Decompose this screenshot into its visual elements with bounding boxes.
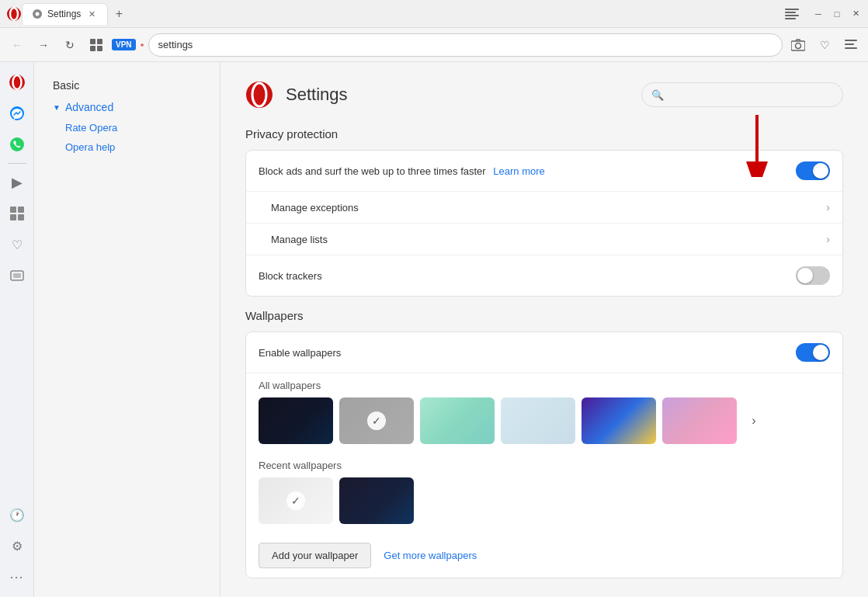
wallpaper-light-blue[interactable] — [501, 397, 575, 444]
back-button[interactable]: ← — [6, 34, 28, 56]
sidebar-icon-history[interactable]: 🕐 — [3, 501, 31, 529]
wallpaper-pink[interactable] — [662, 397, 737, 444]
wallpapers-card: Enable wallpapers All wallpapers ✓ — [245, 331, 843, 578]
maximize-button[interactable]: □ — [831, 8, 843, 20]
svg-rect-10 — [90, 46, 95, 51]
svg-rect-16 — [845, 40, 857, 41]
enable-wallpapers-toggle[interactable] — [796, 343, 830, 362]
sidebar-icon-messenger[interactable] — [3, 99, 31, 127]
svg-rect-25 — [10, 214, 16, 220]
favorites-icon[interactable]: ♡ — [814, 34, 835, 56]
grid-view-button[interactable] — [85, 34, 107, 56]
settings-content: Settings 🔍 Privacy protection Block ads … — [220, 62, 868, 597]
svg-rect-9 — [97, 39, 102, 44]
camera-icon[interactable] — [787, 34, 809, 56]
opera-tab-icon — [6, 6, 22, 22]
sidebar-icon-bookmarks[interactable]: ♡ — [3, 231, 31, 259]
tab-bar: Settings ✕ + — [22, 3, 403, 25]
sidebar-icon-extensions[interactable] — [3, 200, 31, 227]
opera-help-link[interactable]: Opera help — [47, 137, 207, 157]
svg-point-19 — [9, 75, 25, 90]
collapse-arrow-icon: ▼ — [53, 103, 61, 112]
wallpaper-dark[interactable] — [259, 397, 333, 444]
wallpapers-next-button[interactable]: › — [743, 410, 765, 432]
recent-wallpaper-dark[interactable] — [339, 477, 414, 524]
hamburger-icon — [845, 40, 857, 50]
privacy-card: Block ads and surf the web up to three t… — [245, 150, 843, 297]
url-bar[interactable]: settings — [148, 33, 783, 57]
whatsapp-icon — [9, 137, 25, 152]
get-more-wallpapers-link[interactable]: Get more wallpapers — [384, 550, 477, 561]
sidebar-links: Rate Opera Opera help — [47, 118, 207, 157]
svg-point-0 — [7, 7, 21, 21]
wallpaper-teal[interactable] — [420, 397, 495, 444]
window-controls: ─ □ ✕ — [812, 8, 862, 20]
block-trackers-row: Block trackers — [246, 255, 842, 296]
manage-lists-arrow: › — [826, 233, 830, 245]
wallpaper-grid: ✓ › — [259, 397, 830, 444]
sidebar-icon-flow[interactable]: ▶ — [3, 168, 31, 196]
minimize-button[interactable]: ─ — [812, 8, 825, 20]
wallpaper-white[interactable]: ✓ — [339, 397, 414, 444]
camera-svg — [791, 39, 805, 51]
messenger-icon — [9, 106, 25, 121]
new-tab-button[interactable]: + — [108, 3, 130, 25]
settings-sidebar: Basic ▼ Advanced Rate Opera Opera help — [34, 62, 220, 597]
block-trackers-toggle[interactable] — [796, 266, 830, 285]
block-ads-toggle[interactable] — [796, 161, 830, 180]
sidebar-icon-whatsapp[interactable] — [3, 130, 31, 158]
recent-wallpaper-white[interactable]: ✓ — [259, 477, 333, 524]
block-ads-toggle-thumb — [813, 163, 828, 179]
vpn-badge[interactable]: VPN — [112, 39, 136, 50]
grid-icon — [90, 39, 102, 51]
recent-wallpapers-label: Recent wallpapers — [259, 460, 830, 471]
enable-wallpapers-row: Enable wallpapers — [246, 332, 842, 373]
svg-point-3 — [36, 12, 40, 16]
extensions-icon — [10, 207, 24, 220]
settings-tab[interactable]: Settings ✕ — [22, 3, 108, 25]
tab-close-button[interactable]: ✕ — [85, 8, 98, 20]
svg-point-22 — [10, 137, 24, 151]
svg-rect-4 — [785, 9, 799, 10]
svg-rect-26 — [18, 214, 24, 220]
settings-search-bar[interactable]: 🔍 — [641, 82, 843, 107]
close-button[interactable]: ✕ — [849, 8, 862, 20]
settings-header: Settings 🔍 — [245, 81, 843, 109]
svg-rect-17 — [845, 43, 854, 45]
rate-opera-link[interactable]: Rate Opera — [47, 118, 207, 137]
svg-point-12 — [141, 43, 144, 47]
wallpaper-purple[interactable] — [582, 397, 656, 444]
sidebar-icon-more[interactable]: ··· — [3, 563, 31, 591]
svg-rect-23 — [10, 207, 16, 213]
opera-logo-icon — [9, 74, 26, 91]
manage-lists-label: Manage lists — [271, 234, 826, 245]
manage-exceptions-row[interactable]: Manage exceptions › — [246, 192, 842, 224]
learn-more-link[interactable]: Learn more — [493, 165, 544, 177]
title-bar: Settings ✕ + ─ □ ✕ — [0, 0, 868, 28]
sidebar-item-advanced[interactable]: ▼ Advanced — [47, 96, 207, 118]
snapshots-icon — [10, 269, 24, 283]
sidebar-item-basic[interactable]: Basic — [47, 75, 207, 96]
sidebar-icon-settings[interactable]: ⚙ — [3, 532, 31, 560]
opera-menu-icon[interactable] — [784, 6, 800, 22]
settings-opera-logo — [245, 81, 273, 109]
advanced-label: Advanced — [65, 101, 113, 113]
recent-wallpapers-section: Recent wallpapers ✓ — [246, 456, 842, 540]
manage-lists-row[interactable]: Manage lists › — [246, 224, 842, 255]
sidebar-icon-opera[interactable] — [3, 68, 31, 96]
easy-setup-icon[interactable] — [840, 34, 862, 56]
manage-exceptions-label: Manage exceptions — [271, 202, 826, 213]
svg-rect-24 — [18, 207, 24, 213]
svg-rect-5 — [785, 12, 796, 13]
enable-wallpapers-label: Enable wallpapers — [259, 347, 796, 359]
sidebar-icon-snapshots[interactable] — [3, 262, 31, 290]
svg-rect-18 — [845, 47, 857, 49]
wallpaper-check-icon: ✓ — [367, 411, 386, 430]
recent-wallpaper-grid: ✓ — [259, 477, 830, 524]
forward-button[interactable]: → — [33, 34, 54, 56]
reload-button[interactable]: ↻ — [59, 34, 81, 56]
svg-point-29 — [246, 82, 273, 108]
block-ads-row: Block ads and surf the web up to three t… — [246, 151, 842, 192]
add-wallpaper-button[interactable]: Add your wallpaper — [259, 543, 371, 568]
search-icon: 🔍 — [651, 89, 664, 101]
